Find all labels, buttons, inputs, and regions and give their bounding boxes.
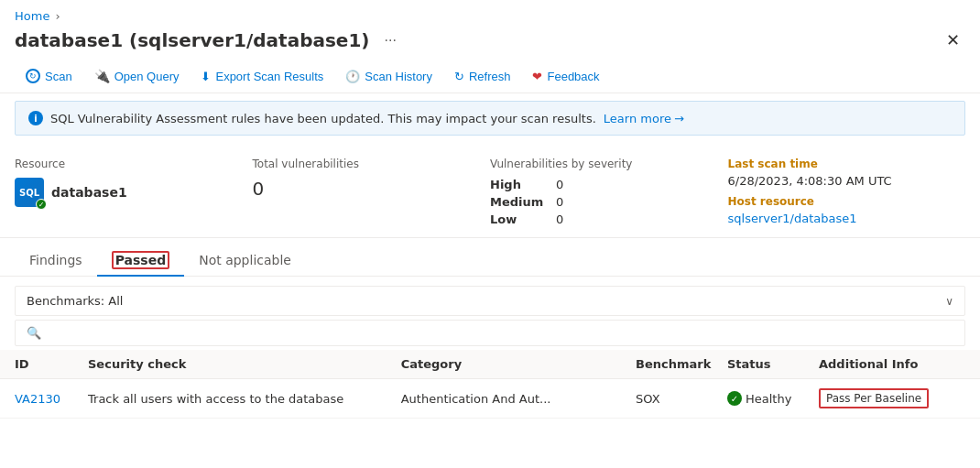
search-row: 🔍: [15, 320, 965, 346]
tab-passed-box: Passed: [112, 251, 170, 269]
total-vuln-label: Total vulnerabilities: [253, 158, 491, 170]
resource-name: database1: [51, 185, 127, 200]
severity-high-label: High: [490, 178, 545, 191]
scan-history-label: Scan History: [365, 70, 432, 83]
row-category: Authentication And Aut...: [401, 392, 636, 406]
export-button[interactable]: ⬇ Export Scan Results: [190, 64, 334, 89]
banner-learn-more[interactable]: Learn more →: [604, 112, 684, 125]
resource-label: Resource: [15, 158, 253, 170]
tab-findings[interactable]: Findings: [15, 245, 97, 277]
severity-grid: High 0 Medium 0 Low 0: [490, 178, 728, 226]
status-check-icon: ✓: [727, 391, 742, 406]
tab-findings-label: Findings: [29, 253, 82, 267]
open-query-button[interactable]: 🔌 Open Query: [83, 63, 191, 89]
breadcrumb-home[interactable]: Home: [15, 9, 49, 23]
scan-icon: ↻: [26, 69, 40, 83]
row-benchmark: SOX: [636, 392, 727, 406]
col-id-header: ID: [15, 357, 88, 371]
open-query-icon: 🔌: [94, 69, 110, 83]
export-label: Export Scan Results: [215, 70, 323, 83]
tabs-row: Findings Passed Not applicable: [0, 238, 980, 277]
severity-medium-row: Medium 0: [490, 195, 728, 209]
scan-history-button[interactable]: 🕐 Scan History: [334, 64, 443, 89]
row-security-check: Track all users with access to the datab…: [88, 392, 401, 406]
page-title: database1 (sqlserver1/database1): [15, 29, 369, 51]
severity-high-count: 0: [556, 178, 563, 191]
feedback-icon: ❤: [532, 70, 542, 83]
last-scan-value: 6/28/2023, 4:08:30 AM UTC: [728, 174, 966, 188]
host-link[interactable]: sqlserver1/database1: [728, 212, 857, 225]
status-value: Healthy: [746, 392, 791, 406]
refresh-label: Refresh: [469, 70, 511, 83]
tab-passed-label: Passed: [115, 253, 167, 267]
host-label: Host resource: [728, 195, 966, 208]
breadcrumb: Home ›: [0, 0, 980, 25]
refresh-button[interactable]: ↻ Refresh: [443, 64, 522, 89]
severity-medium-label: Medium: [490, 195, 545, 209]
metrics-row: Resource SQL ✓ database1 Total vulnerabi…: [0, 143, 980, 238]
info-banner: i SQL Vulnerability Assessment rules hav…: [15, 101, 965, 136]
filter-row[interactable]: Benchmarks: All ∨: [15, 286, 965, 316]
severity-medium-count: 0: [556, 195, 563, 209]
scan-label: Scan: [45, 70, 72, 83]
severity-high-row: High 0: [490, 178, 728, 191]
table-header: ID Security check Category Benchmark Sta…: [0, 350, 980, 379]
banner-text: SQL Vulnerability Assessment rules have …: [50, 112, 596, 125]
total-vuln-block: Total vulnerabilities 0: [253, 158, 491, 200]
row-additional-info: Pass Per Baseline: [819, 388, 965, 408]
severity-low-label: Low: [490, 212, 545, 226]
table-body: VA2130 Track all users with access to th…: [0, 379, 980, 419]
export-icon: ⬇: [201, 70, 211, 83]
filter-label: Benchmarks: All: [27, 294, 123, 308]
scan-button[interactable]: ↻ Scan: [15, 63, 83, 89]
col-status-header: Status: [727, 357, 819, 371]
severity-low-row: Low 0: [490, 212, 728, 226]
pass-per-baseline-badge: Pass Per Baseline: [819, 388, 929, 408]
breadcrumb-separator: ›: [55, 9, 60, 23]
tab-not-applicable[interactable]: Not applicable: [184, 245, 306, 277]
col-info-header: Additional Info: [819, 357, 965, 371]
resource-value: SQL ✓ database1: [15, 178, 253, 207]
refresh-icon: ↻: [454, 70, 464, 83]
info-icon: i: [28, 111, 43, 125]
col-cat-header: Category: [401, 357, 636, 371]
feedback-button[interactable]: ❤ Feedback: [521, 64, 610, 89]
severity-block: Vulnerabilities by severity High 0 Mediu…: [490, 158, 728, 226]
resource-block: Resource SQL ✓ database1: [15, 158, 253, 207]
close-button[interactable]: ✕: [941, 28, 965, 52]
tab-passed[interactable]: Passed: [97, 245, 185, 277]
chevron-down-icon: ∨: [945, 295, 953, 308]
search-icon: 🔍: [27, 326, 41, 340]
feedback-label: Feedback: [547, 70, 599, 83]
open-query-label: Open Query: [114, 70, 180, 83]
row-status: ✓ Healthy: [727, 391, 819, 406]
check-badge: ✓: [36, 199, 47, 210]
search-input[interactable]: [49, 326, 953, 340]
total-vuln-value: 0: [253, 178, 491, 200]
row-id[interactable]: VA2130: [15, 392, 88, 406]
toolbar: ↻ Scan 🔌 Open Query ⬇ Export Scan Result…: [0, 60, 980, 93]
scan-history-icon: 🕐: [345, 70, 360, 83]
severity-low-count: 0: [556, 212, 563, 226]
col-bench-header: Benchmark: [636, 357, 727, 371]
sql-icon: SQL ✓: [15, 178, 44, 207]
last-scan-label: Last scan time: [728, 158, 966, 170]
title-row: database1 (sqlserver1/database1) ··· ✕: [0, 25, 980, 60]
severity-label: Vulnerabilities by severity: [490, 158, 728, 170]
scan-info-block: Last scan time 6/28/2023, 4:08:30 AM UTC…: [728, 158, 966, 225]
table-row: VA2130 Track all users with access to th…: [0, 379, 980, 419]
ellipsis-button[interactable]: ···: [378, 30, 401, 50]
tab-not-applicable-label: Not applicable: [199, 253, 291, 267]
col-check-header: Security check: [88, 357, 401, 371]
